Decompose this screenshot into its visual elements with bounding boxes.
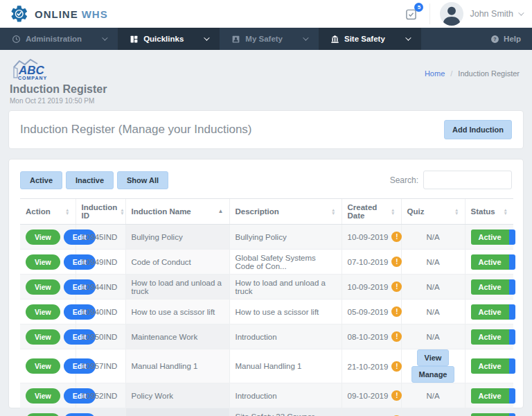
status-toggle[interactable] [509, 413, 515, 416]
chevron-down-icon [102, 35, 107, 40]
quiz-na-value: N/A [426, 333, 439, 341]
status-toggle[interactable] [509, 254, 515, 270]
column-header-created-date[interactable]: Created Date [342, 199, 401, 225]
induction-id-cell: 10957IND [76, 349, 125, 383]
edit-button[interactable]: Edit [64, 413, 96, 416]
status-toggle[interactable] [509, 229, 515, 245]
description-cell: Introduction [229, 383, 342, 408]
warning-icon: ! [391, 257, 402, 267]
table-toolbar: Active Inactive Show All Search: [20, 171, 512, 189]
induction-name-cell: How to use a scissor lift [125, 300, 229, 324]
nav-item-administration[interactable]: Administration [0, 28, 118, 50]
warning-icon: ! [391, 390, 402, 401]
description-cell: Introduction [229, 324, 342, 349]
action-cell: ViewEdit [20, 225, 76, 250]
nav-item-quicklinks[interactable]: Quicklinks [118, 28, 220, 50]
status-badge[interactable]: Active [471, 358, 515, 374]
column-header-inner: Action [26, 207, 70, 216]
status-label: Active [471, 304, 509, 320]
filter-inactive-button[interactable]: Inactive [66, 171, 114, 189]
induction-id-cell: 10944IND [76, 275, 125, 300]
quiz-na-value: N/A [426, 233, 439, 241]
table-row: ViewEdit10950INDMaintenance WorkIntroduc… [20, 324, 513, 349]
column-header-status[interactable]: Status [465, 199, 513, 225]
avatar[interactable] [440, 2, 463, 26]
table-row: ViewEdit10957INDManual Handling 1Manual … [20, 349, 513, 383]
sort-icon [452, 208, 459, 215]
quiz-cell: N/A [401, 275, 465, 300]
logo-subtext: COMPANY [18, 76, 47, 80]
column-label: Induction Name [132, 207, 191, 216]
induction-table: ActionInduction IDInduction NameDescript… [20, 198, 513, 416]
filter-active-button[interactable]: Active [20, 171, 62, 189]
column-header-description[interactable]: Description [229, 199, 342, 225]
panel-title: Induction Register (Manage your Inductio… [20, 123, 252, 137]
quiz-cell: N/A [401, 408, 465, 416]
column-header-induction-name[interactable]: Induction Name [125, 199, 229, 225]
induction-id-cell: 10952IND [76, 383, 125, 408]
status-badge[interactable]: Active [471, 413, 515, 416]
search-input[interactable] [423, 171, 512, 189]
quiz-view-button[interactable]: View [417, 349, 450, 366]
nav-item-site-safety[interactable]: Site Safety [319, 28, 421, 50]
column-label: Action [26, 207, 51, 216]
status-cell: Active [465, 225, 513, 250]
view-button[interactable]: View [26, 329, 60, 345]
breadcrumb-current: Induction Register [458, 69, 520, 78]
notifications-button[interactable]: 5 [404, 7, 418, 21]
created-date-cell: 10-09-2019! [342, 275, 401, 300]
created-date: 09-10-2019 [348, 392, 389, 400]
app-logo[interactable]: ONLINEWHS [10, 4, 108, 24]
topbar-right: 5 John Smith [404, 2, 522, 26]
clock-icon [12, 35, 21, 44]
status-badge[interactable]: Active [471, 388, 515, 404]
induction-name-cell: Site Safety [125, 408, 229, 416]
status-toggle[interactable] [509, 388, 515, 404]
view-button[interactable]: View [26, 358, 60, 374]
chevron-down-icon [204, 35, 209, 40]
status-badge[interactable]: Active [471, 229, 515, 245]
created-date: 07-10-2019 [348, 258, 389, 266]
view-button[interactable]: View [26, 254, 60, 270]
status-badge[interactable]: Active [471, 329, 515, 345]
help-button[interactable]: ? Help [479, 28, 532, 50]
table-row: ViewEdit10944INDHow to load and unload a… [20, 275, 513, 300]
status-badge[interactable]: Active [471, 254, 515, 270]
column-header-induction-id[interactable]: Induction ID [76, 199, 125, 225]
column-label: Quiz [407, 207, 425, 216]
warning-icon: ! [391, 331, 402, 342]
action-cell: ViewEdit [20, 349, 76, 383]
nav-item-my-safety[interactable]: My Safety [220, 28, 319, 50]
page-title: Induction Register [10, 83, 522, 96]
notification-badge: 5 [414, 3, 423, 12]
view-button[interactable]: View [26, 279, 60, 295]
chevron-down-icon [303, 35, 308, 40]
search-area: Search: [390, 171, 512, 189]
created-date-cell: 10-09-2019! [342, 225, 401, 250]
quiz-cell: N/A [401, 300, 465, 324]
add-induction-button[interactable]: Add Induction [444, 120, 512, 139]
column-header-inner: Induction Name [132, 207, 224, 216]
status-toggle[interactable] [509, 358, 515, 374]
status-label: Active [471, 254, 509, 270]
status-badge[interactable]: Active [471, 304, 515, 320]
breadcrumb-home-link[interactable]: Home [425, 69, 445, 78]
chevron-down-icon [518, 10, 524, 15]
column-header-quiz[interactable]: Quiz [401, 199, 465, 225]
quiz-manage-button[interactable]: Manage [411, 366, 455, 383]
nav-label: Quicklinks [143, 35, 184, 43]
user-name[interactable]: John Smith [470, 9, 513, 19]
status-toggle[interactable] [509, 304, 515, 320]
view-button[interactable]: View [26, 229, 60, 245]
filter-show-all-button[interactable]: Show All [117, 171, 168, 189]
view-button[interactable]: View [26, 304, 60, 320]
status-toggle[interactable] [509, 329, 515, 345]
view-button[interactable]: View [26, 388, 60, 404]
top-bar: ONLINEWHS 5 John Smith [0, 0, 532, 28]
panel-header-card: Induction Register (Manage your Inductio… [8, 110, 524, 149]
description-cell: Bullying Policy [229, 225, 342, 250]
view-button[interactable]: View [26, 413, 60, 416]
column-header-action[interactable]: Action [20, 199, 76, 225]
status-toggle[interactable] [509, 279, 515, 295]
status-badge[interactable]: Active [471, 279, 515, 295]
